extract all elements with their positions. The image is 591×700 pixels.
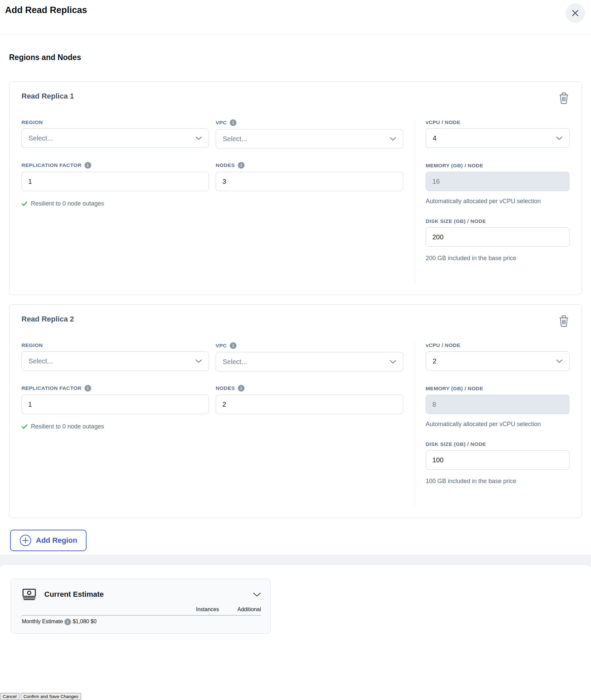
dialog-body: Regions and Nodes Read Replica 1	[0, 35, 591, 555]
memory-field: MEMORY (GB) / NODE	[426, 163, 570, 191]
memory-helper-text: Automatically allocated per vCPU selecti…	[426, 420, 550, 428]
memory-label: MEMORY (GB) / NODE	[426, 163, 483, 169]
region-select[interactable]: Select...	[21, 351, 209, 371]
info-icon[interactable]: i	[64, 619, 71, 625]
vpc-field: VPCi Select...	[216, 342, 403, 371]
chevron-down-icon	[196, 359, 202, 363]
delete-replica-button[interactable]	[558, 92, 570, 105]
banknote-icon	[22, 588, 37, 601]
check-icon	[21, 424, 28, 429]
nodes-input[interactable]	[216, 172, 403, 191]
chevron-down-icon	[556, 136, 562, 140]
vpc-field: VPCi Select...	[216, 119, 403, 149]
chevron-down-icon	[390, 137, 396, 141]
vcpu-label: vCPU / NODE	[426, 342, 460, 348]
disk-size-label: DISK SIZE (GB) / NODE	[426, 218, 486, 224]
chevron-down-icon	[253, 593, 261, 598]
region-label: REGION	[21, 119, 43, 125]
current-estimate-card: Current Estimate Instances Additional Mo…	[11, 579, 271, 634]
region-label: REGION	[21, 342, 43, 348]
info-icon[interactable]: i	[85, 162, 91, 169]
replication-factor-label: REPLICATION FACTOR	[21, 162, 82, 168]
disk-size-label: DISK SIZE (GB) / NODE	[426, 441, 486, 447]
region-select[interactable]: Select...	[21, 128, 209, 148]
vpc-select[interactable]: Select...	[216, 129, 403, 149]
column-header-additional: Additional	[237, 606, 261, 612]
nodes-field: NODESi	[216, 162, 403, 191]
region-field: REGION Select...	[21, 119, 209, 149]
vcpu-field: vCPU / NODE 2	[426, 342, 570, 371]
chevron-down-icon	[390, 360, 396, 364]
close-button[interactable]	[566, 3, 585, 23]
confirm-and-save-button[interactable]: Confirm and Save Changes	[21, 693, 81, 700]
info-icon[interactable]: i	[85, 385, 91, 392]
memory-field: MEMORY (GB) / NODE	[426, 386, 570, 414]
vcpu-select[interactable]: 4	[426, 128, 570, 148]
nodes-field: NODESi	[216, 385, 403, 414]
replica-title: Read Replica 2	[21, 315, 74, 324]
nodes-input[interactable]	[216, 395, 403, 414]
disk-size-input[interactable]	[426, 227, 570, 247]
vpc-select[interactable]: Select...	[216, 352, 403, 371]
replication-factor-field: REPLICATION FACTORi	[21, 162, 209, 191]
dialog-header: Add Read Replicas	[0, 0, 591, 35]
dialog-footer: Cancel Confirm and Save Changes	[0, 693, 591, 700]
resilience-note: Resilient to 0 node outages	[21, 423, 403, 430]
memory-input	[426, 395, 570, 414]
nodes-label: NODES	[216, 162, 235, 168]
trash-icon	[558, 101, 570, 106]
resilience-note: Resilient to 0 node outages	[21, 200, 403, 207]
replica-card-2: Read Replica 2 REGION	[9, 304, 582, 518]
vcpu-select[interactable]: 2	[426, 351, 570, 371]
info-icon[interactable]: i	[230, 119, 236, 126]
vcpu-label: vCPU / NODE	[426, 119, 460, 125]
info-icon[interactable]: i	[230, 342, 236, 349]
memory-label: MEMORY (GB) / NODE	[426, 386, 483, 392]
memory-helper-text: Automatically allocated per vCPU selecti…	[426, 197, 550, 206]
disk-size-field: DISK SIZE (GB) / NODE	[426, 441, 570, 470]
add-region-button[interactable]: Add Region	[10, 530, 87, 551]
collapse-estimate-button[interactable]	[253, 592, 261, 597]
instances-value: $1,080	[73, 619, 89, 624]
chevron-down-icon	[196, 136, 202, 140]
replica-title: Read Replica 1	[21, 92, 74, 101]
replication-factor-input[interactable]	[21, 395, 209, 414]
chevron-down-icon	[556, 359, 562, 363]
disk-helper-text: 100 GB included in the base price	[426, 477, 570, 485]
delete-replica-button[interactable]	[558, 315, 570, 328]
vpc-label: VPC	[216, 120, 227, 126]
trash-icon	[558, 324, 570, 329]
replication-factor-field: REPLICATION FACTORi	[21, 385, 209, 414]
replication-factor-label: REPLICATION FACTOR	[21, 385, 82, 391]
additional-value: $0	[91, 619, 97, 624]
dialog-title: Add Read Replicas	[5, 5, 87, 15]
close-icon	[571, 9, 580, 17]
vpc-label: VPC	[216, 343, 227, 349]
info-icon[interactable]: i	[238, 385, 245, 392]
monthly-estimate-label: Monthly Estimate	[22, 619, 63, 624]
estimate-section: Current Estimate Instances Additional Mo…	[0, 565, 591, 693]
info-icon[interactable]: i	[238, 162, 245, 169]
replica-card-1: Read Replica 1 REGION	[9, 81, 582, 295]
vcpu-field: vCPU / NODE 4	[426, 119, 570, 148]
estimate-divider	[22, 615, 261, 616]
add-read-replicas-dialog: Add Read Replicas Regions and Nodes Read…	[0, 0, 591, 700]
disk-size-field: DISK SIZE (GB) / NODE	[426, 218, 570, 247]
disk-size-input[interactable]	[426, 450, 570, 470]
plus-circle-icon	[19, 534, 32, 546]
replication-factor-input[interactable]	[21, 172, 209, 191]
cancel-button[interactable]: Cancel	[0, 693, 19, 700]
memory-input	[426, 172, 570, 191]
column-header-instances: Instances	[196, 606, 219, 612]
nodes-label: NODES	[216, 385, 235, 391]
disk-helper-text: 200 GB included in the base price	[426, 254, 570, 262]
monthly-estimate-row: Monthly Estimate i $1,080 $0	[22, 619, 261, 625]
region-field: REGION Select...	[21, 342, 209, 371]
check-icon	[21, 201, 28, 206]
section-heading: Regions and Nodes	[9, 53, 582, 62]
estimate-title: Current Estimate	[44, 590, 253, 599]
